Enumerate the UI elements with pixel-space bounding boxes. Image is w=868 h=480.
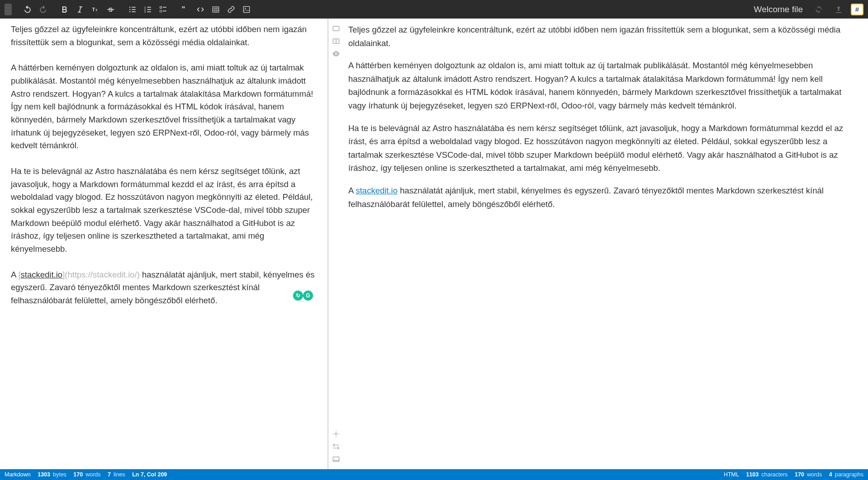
svg-rect-26 <box>243 6 249 12</box>
grammarly-icon: ↻ <box>293 291 303 301</box>
ol-button[interactable]: 123 <box>140 2 156 17</box>
preview-paragraph: A háttérben keményen dolgoztunk az oldal… <box>348 59 850 112</box>
svg-text:": " <box>182 5 185 14</box>
quote-icon: " <box>180 5 190 14</box>
sync-icon <box>814 5 823 14</box>
heading-button[interactable]: TT <box>88 2 103 17</box>
code-icon <box>196 5 205 14</box>
sb-paras-val: 4 <box>829 471 832 478</box>
pane-splitter[interactable] <box>327 19 330 469</box>
svg-text:T: T <box>95 8 98 12</box>
statusbar-toggle-icon[interactable] <box>332 455 341 464</box>
svg-rect-28 <box>333 26 339 31</box>
text: használatát ajánljuk, mert stabil, kénye… <box>348 186 824 209</box>
upload-button[interactable] <box>831 2 846 17</box>
sb-words-val: 170 <box>73 471 83 478</box>
image-icon <box>242 5 251 14</box>
logo-icon: # <box>855 5 859 13</box>
bold-icon <box>60 5 69 14</box>
editor-pane[interactable]: Teljes gőzzel az ügyfeleinkre koncentrál… <box>0 19 327 469</box>
svg-point-4 <box>129 6 131 8</box>
checklist-icon <box>159 5 168 14</box>
link-url: (https://stackedit.io/) <box>65 270 140 279</box>
text: A <box>348 186 356 195</box>
status-bar: Markdown 1303 bytes 170 words 7 lines Ln… <box>0 469 868 480</box>
view-gutter <box>330 19 342 469</box>
upload-icon <box>834 5 843 14</box>
svg-rect-37 <box>333 457 339 461</box>
folder-button[interactable] <box>5 2 20 17</box>
link-button[interactable] <box>223 2 239 17</box>
side-preview-icon[interactable] <box>332 37 341 46</box>
statusbar-left: Markdown 1303 bytes 170 words 7 lines Ln… <box>5 471 167 478</box>
link-text: stackedit.io <box>21 270 63 279</box>
toolbar: TT S 123 " Welcome file # <box>0 0 868 19</box>
svg-rect-18 <box>160 10 162 12</box>
sb-cursor: Ln 7, Col 209 <box>132 471 167 478</box>
sb-lines-label: lines <box>114 471 125 478</box>
grammarly-widget[interactable]: ↻ G <box>292 290 314 301</box>
table-icon <box>211 5 220 14</box>
ordered-list-icon: 123 <box>143 5 152 14</box>
svg-point-6 <box>129 11 131 12</box>
sb-chars-label: characters <box>761 471 787 478</box>
preview-paragraph: Ha te is belevágnál az Astro használatáb… <box>348 122 850 175</box>
focus-icon[interactable] <box>332 429 341 438</box>
sb-bytes-val: 1303 <box>38 471 50 478</box>
redo-icon <box>38 5 47 14</box>
sync-button[interactable] <box>811 2 826 17</box>
sb-paras-label: paragraphs <box>835 471 863 478</box>
svg-rect-21 <box>213 7 218 12</box>
stackedit-link[interactable]: stackedit.io <box>356 186 398 195</box>
quote-button[interactable]: " <box>177 2 193 17</box>
link-icon <box>227 5 236 14</box>
scroll-sync-icon[interactable] <box>332 442 341 451</box>
statusbar-right: HTML 1103 characters 170 words 4 paragra… <box>724 471 863 478</box>
svg-point-27 <box>245 8 246 9</box>
sb-words-label-r: words <box>807 471 822 478</box>
svg-point-32 <box>335 433 337 435</box>
redo-button[interactable] <box>35 2 51 17</box>
editor-paragraph[interactable]: Ha te is belevágnál az Astro használatáb… <box>11 165 316 256</box>
image-button[interactable] <box>239 2 254 17</box>
grammarly-icon: G <box>303 291 313 301</box>
unordered-list-icon <box>128 5 137 14</box>
nav-marker-icon[interactable] <box>332 24 341 33</box>
svg-text:3: 3 <box>144 10 146 13</box>
table-button[interactable] <box>208 2 223 17</box>
preview-paragraph: A stackedit.io használatát ajánljuk, mer… <box>348 184 850 211</box>
sb-mode: Markdown <box>5 471 31 478</box>
checklist-button[interactable] <box>156 2 171 17</box>
stackedit-logo-button[interactable]: # <box>851 4 863 15</box>
italic-button[interactable] <box>72 2 88 17</box>
preview-paragraph: Teljes gőzzel az ügyfeleinkre koncentrál… <box>348 23 850 50</box>
text: A <box>11 270 18 279</box>
sb-words-label: words <box>85 471 100 478</box>
code-button[interactable] <box>193 2 208 17</box>
folder-icon <box>5 4 12 15</box>
strikethrough-icon: S <box>106 5 115 14</box>
sb-mode-r: HTML <box>724 471 739 478</box>
svg-point-5 <box>129 9 131 10</box>
editor-paragraph[interactable]: A háttérben keményen dolgoztunk az oldal… <box>11 61 316 152</box>
editor-paragraph[interactable]: Teljes gőzzel az ügyfeleinkre koncentrál… <box>11 23 316 49</box>
sb-chars-val: 1103 <box>746 471 759 478</box>
preview-pane[interactable]: Teljes gőzzel az ügyfeleinkre koncentrál… <box>342 19 868 469</box>
strikethrough-button[interactable]: S <box>103 2 119 17</box>
document-title[interactable]: Welcome file <box>754 5 803 14</box>
toolbar-left: TT S 123 " <box>5 2 254 17</box>
svg-text:T: T <box>92 7 95 12</box>
heading-icon: TT <box>91 5 100 14</box>
reader-icon[interactable] <box>332 49 341 58</box>
undo-button[interactable] <box>20 2 35 17</box>
main-area: Teljes gőzzel az ügyfeleinkre koncentrál… <box>0 19 868 469</box>
undo-icon <box>23 5 32 14</box>
sb-lines-val: 7 <box>108 471 111 478</box>
sb-words-val-r: 170 <box>795 471 804 478</box>
italic-icon <box>76 5 85 14</box>
bold-button[interactable] <box>57 2 72 17</box>
ul-button[interactable] <box>125 2 140 17</box>
editor-paragraph[interactable]: A [stackedit.io](https://stackedit.io/) … <box>11 268 316 307</box>
sb-bytes-label: bytes <box>53 471 66 478</box>
svg-point-31 <box>335 53 337 54</box>
